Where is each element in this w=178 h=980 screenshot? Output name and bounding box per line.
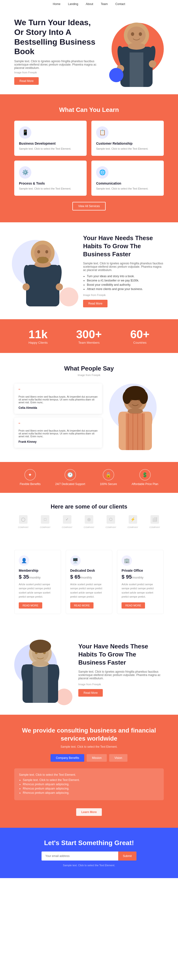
learn-card-title-1: Customer Relationship xyxy=(96,142,159,145)
consulting-learn-more-button[interactable]: Learn More xyxy=(76,808,102,816)
habits2-image-from: Image from Freepik xyxy=(78,683,164,686)
nav-link-contact[interactable]: Contact xyxy=(115,2,125,6)
hero-read-more-button[interactable]: Read More xyxy=(14,77,39,85)
svg-point-19 xyxy=(37,250,40,253)
svg-point-17 xyxy=(22,283,30,291)
client-logo-label-0: COMPANY xyxy=(18,526,29,528)
quote-icon-1: " xyxy=(19,422,98,427)
testimonials-person-image xyxy=(111,383,159,450)
pricing-card-2: 🏢 Private Office $ 95/monthly Arlcle sce… xyxy=(117,550,164,614)
svg-point-36 xyxy=(123,391,131,404)
feature-item-2: 🔒 100% Secure xyxy=(100,469,117,486)
cta-email-input[interactable] xyxy=(41,851,118,861)
consulting-subtitle: Sample text. Click to select the Text El… xyxy=(14,745,164,748)
nav-link-home[interactable]: Home xyxy=(53,2,60,6)
testimonial-text-1: Proin sed libero enim sed faucibus turpi… xyxy=(19,429,98,438)
habits-section: Your Have Needs These Habits To Grow The… xyxy=(0,222,178,319)
habits-image-area xyxy=(14,235,76,306)
plan-price-2: $ 95/monthly xyxy=(121,574,159,580)
habits2-section: Your Have Needs These Habits To Grow The… xyxy=(0,624,178,715)
learn-card-icon-2: ⚙️ xyxy=(19,166,31,178)
plan-icon-2: 🏢 xyxy=(121,555,132,566)
consulting-title: We provide consulting business and finan… xyxy=(14,727,164,743)
cta-form: Submit xyxy=(41,851,137,861)
habits-description: Sample text. Click to Ignetes agresio fr… xyxy=(83,262,164,272)
testimonial-text-0: Proin sed libero enim sed faucibus turpi… xyxy=(19,395,98,404)
habits-image-from: Image from Freepik xyxy=(83,294,164,296)
plan-cta-button-2[interactable]: READ MORE xyxy=(121,602,145,609)
client-logo-2: ✓ COMPANY xyxy=(59,515,75,529)
learn-card-text-0: Sample text. Click to select the Text El… xyxy=(19,147,82,150)
consulting-tab-1[interactable]: Mission xyxy=(87,754,107,762)
learn-card-icon-3: 🌐 xyxy=(96,166,108,178)
habits-read-more-button[interactable]: Read More xyxy=(83,300,108,307)
habits2-text-block: Your Have Needs These Habits To Grow The… xyxy=(78,643,164,697)
consulting-content-area: Sample text. Click to select the Text El… xyxy=(14,768,164,800)
feature-icon-1: 🕐 xyxy=(65,469,76,480)
hero-image-area xyxy=(102,18,164,84)
habits-bullet-1: Become a #1 bestseller or we pay $100k. xyxy=(87,279,164,282)
feature-item-1: 🕐 24/7 Dedicated Support xyxy=(55,469,85,486)
habits-bullet-0: Turn your ideas and story into a book. xyxy=(87,275,164,278)
nav-link-about[interactable]: About xyxy=(86,2,93,6)
stat-label-1: Team Members xyxy=(76,341,102,344)
svg-point-25 xyxy=(128,408,143,414)
clients-logos-row: ◯ COMPANY □ COMPANY ✓ COMPANY ◎ COMPANY … xyxy=(14,515,164,529)
client-logo-label-2: COMPANY xyxy=(62,526,72,528)
learn-title: What Can You Learn xyxy=(14,106,164,113)
plan-description-0: Arlcle scelert pretict sempe sempe preti… xyxy=(19,582,57,599)
testimonial-card-1: " Proin sed libero enim sed faucibus tur… xyxy=(14,418,102,448)
learn-grid: 📱 Business Development Sample text. Clic… xyxy=(14,121,164,196)
svg-point-9 xyxy=(131,32,134,36)
plan-price-1: $ 65/monthly xyxy=(70,574,108,580)
consulting-bullet-1: Rhoncus pretium aliquam adipiscing. xyxy=(23,783,159,786)
learn-card-text-1: Sample text. Click to select the Text El… xyxy=(96,147,159,150)
pricing-section: 👤 Membership $ 35/monthly Arlcle scelert… xyxy=(0,539,178,624)
consulting-tab-2[interactable]: Vision xyxy=(109,754,127,762)
nav-link-landing[interactable]: Landing xyxy=(68,2,78,6)
nav-link-team[interactable]: Team xyxy=(101,2,108,6)
testimonials-title: What People Say xyxy=(14,365,164,372)
habits2-read-more-button[interactable]: Read More xyxy=(78,689,103,697)
client-logo-0: ◯ COMPANY xyxy=(15,515,32,529)
testimonials-person-area xyxy=(107,383,164,450)
stat-label-2: Countries xyxy=(130,341,149,344)
svg-point-18 xyxy=(56,283,63,291)
consulting-tab-0[interactable]: Company Benefits xyxy=(51,754,84,762)
client-logo-4: ⬡ COMPANY xyxy=(103,515,119,529)
consulting-bullet-3: Rhoncus pretium aliquam adipiscing. xyxy=(23,791,159,794)
plan-cta-button-1[interactable]: READ MORE xyxy=(70,602,94,609)
client-logo-label-6: COMPANY xyxy=(149,526,160,528)
client-logo-1: □ COMPANY xyxy=(37,515,53,529)
client-logo-label-4: COMPANY xyxy=(106,526,116,528)
client-logo-label-1: COMPANY xyxy=(40,526,51,528)
client-logo-3: ◎ COMPANY xyxy=(81,515,97,529)
habits-text-block: Your Have Needs These Habits To Grow The… xyxy=(83,234,164,307)
plan-title-1: Dedicated Desk xyxy=(70,569,108,573)
svg-rect-44 xyxy=(33,666,48,703)
plan-cta-button-0[interactable]: READ MORE xyxy=(19,602,42,609)
svg-point-20 xyxy=(45,250,48,253)
client-logo-6: ⬜ COMPANY xyxy=(146,515,163,529)
plan-price-0: $ 35/monthly xyxy=(19,574,57,580)
testimonial-card-0: " Proin sed libero enim sed faucibus tur… xyxy=(14,383,102,414)
learn-card-title-2: Process & Tools xyxy=(19,181,82,185)
feature-label-3: Affordable Price Plan xyxy=(132,482,159,486)
habits-bullet-2: Boost your credibility and authority. xyxy=(87,283,164,286)
clients-section: Here are some of our clients ◯ COMPANY □… xyxy=(0,493,178,539)
learn-card-text-3: Sample text. Click to select the Text El… xyxy=(96,187,159,190)
habits2-title: Your Have Needs These Habits To Grow The… xyxy=(78,643,164,667)
view-all-services-button[interactable]: View All Services xyxy=(72,202,105,210)
plan-description-2: Arlcle scelert pretict sempe sempe preti… xyxy=(121,582,159,599)
feature-label-2: 100% Secure xyxy=(100,482,117,486)
clients-title: Here are some of our clients xyxy=(14,503,164,510)
svg-point-21 xyxy=(37,257,49,263)
client-logo-icon-1: □ xyxy=(41,515,49,524)
svg-point-10 xyxy=(139,32,142,36)
stat-number-2: 60+ xyxy=(130,328,149,341)
plan-description-1: Arlcle scelert pretict sempe sempe preti… xyxy=(70,582,108,599)
client-logo-icon-4: ⬡ xyxy=(106,515,115,524)
feature-label-0: Flexible Benefits xyxy=(20,482,41,486)
hero-section: We Turn Your Ideas, Or Story Into A Best… xyxy=(0,8,178,94)
cta-submit-button[interactable]: Submit xyxy=(118,851,137,861)
